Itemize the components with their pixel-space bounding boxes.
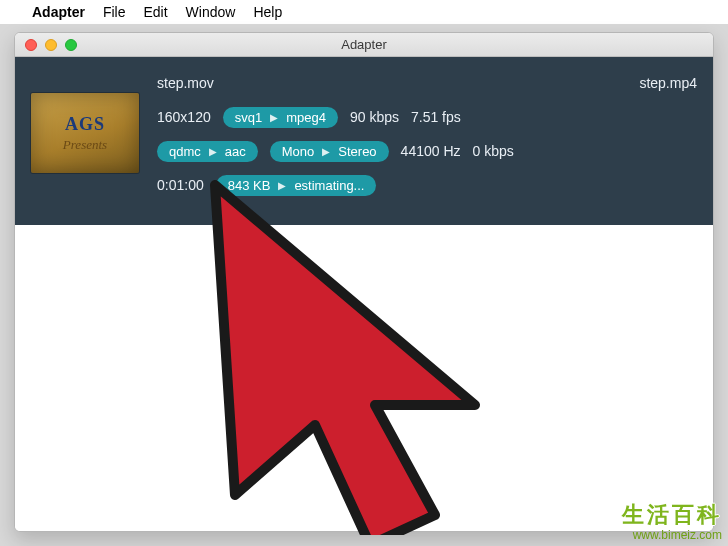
source-thumbnail: AGS Presents	[31, 93, 139, 173]
app-window: Adapter AGS Presents step.mov step.mp4 1…	[14, 32, 714, 532]
duration: 0:01:00	[157, 177, 204, 193]
chevron-right-icon: ▶	[209, 146, 217, 157]
file-row: step.mov step.mp4	[157, 71, 697, 95]
menu-file[interactable]: File	[103, 4, 126, 20]
video-fps: 7.51 fps	[411, 109, 461, 125]
content-area	[15, 225, 713, 532]
video-bitrate: 90 kbps	[350, 109, 399, 125]
video-codec-pill[interactable]: svq1 ▶ mpeg4	[223, 107, 338, 128]
video-row: 160x120 svq1 ▶ mpeg4 90 kbps 7.51 fps	[157, 105, 697, 129]
source-filename: step.mov	[157, 75, 214, 91]
conversion-details: step.mov step.mp4 160x120 svq1 ▶ mpeg4 9…	[157, 71, 697, 207]
minimize-button[interactable]	[45, 39, 57, 51]
menu-help[interactable]: Help	[253, 4, 282, 20]
window-titlebar[interactable]: Adapter	[15, 33, 713, 57]
video-codec-from: svq1	[235, 110, 262, 125]
conversion-panel: AGS Presents step.mov step.mp4 160x120 s…	[15, 57, 713, 225]
audio-channels-from: Mono	[282, 144, 315, 159]
progress-row: 0:01:00 843 KB ▶ estimating...	[157, 173, 697, 197]
watermark: 生活百科 www.bimeiz.com	[622, 500, 722, 542]
audio-codec-from: qdmc	[169, 144, 201, 159]
watermark-url: www.bimeiz.com	[622, 528, 722, 542]
menubar-appname[interactable]: Adapter	[32, 4, 85, 20]
dest-filename: step.mp4	[639, 75, 697, 91]
window-title: Adapter	[341, 37, 387, 52]
zoom-button[interactable]	[65, 39, 77, 51]
audio-row: qdmc ▶ aac Mono ▶ Stereo 44100 Hz 0 kbps	[157, 139, 697, 163]
menu-edit[interactable]: Edit	[143, 4, 167, 20]
video-codec-to: mpeg4	[286, 110, 326, 125]
size-pill[interactable]: 843 KB ▶ estimating...	[216, 175, 377, 196]
audio-codec-pill[interactable]: qdmc ▶ aac	[157, 141, 258, 162]
audio-channels-pill[interactable]: Mono ▶ Stereo	[270, 141, 389, 162]
thumbnail-text-1: AGS	[65, 114, 105, 135]
audio-channels-to: Stereo	[338, 144, 376, 159]
close-button[interactable]	[25, 39, 37, 51]
thumbnail-text-2: Presents	[63, 137, 107, 153]
output-size: 843 KB	[228, 178, 271, 193]
chevron-right-icon: ▶	[278, 180, 286, 191]
system-menubar: Adapter File Edit Window Help	[0, 0, 728, 24]
watermark-text: 生活百科	[622, 500, 722, 530]
chevron-right-icon: ▶	[322, 146, 330, 157]
traffic-lights	[25, 39, 77, 51]
progress-status: estimating...	[294, 178, 364, 193]
audio-samplerate: 44100 Hz	[401, 143, 461, 159]
chevron-right-icon: ▶	[270, 112, 278, 123]
video-resolution: 160x120	[157, 109, 211, 125]
menu-window[interactable]: Window	[186, 4, 236, 20]
audio-bitrate: 0 kbps	[473, 143, 514, 159]
audio-codec-to: aac	[225, 144, 246, 159]
